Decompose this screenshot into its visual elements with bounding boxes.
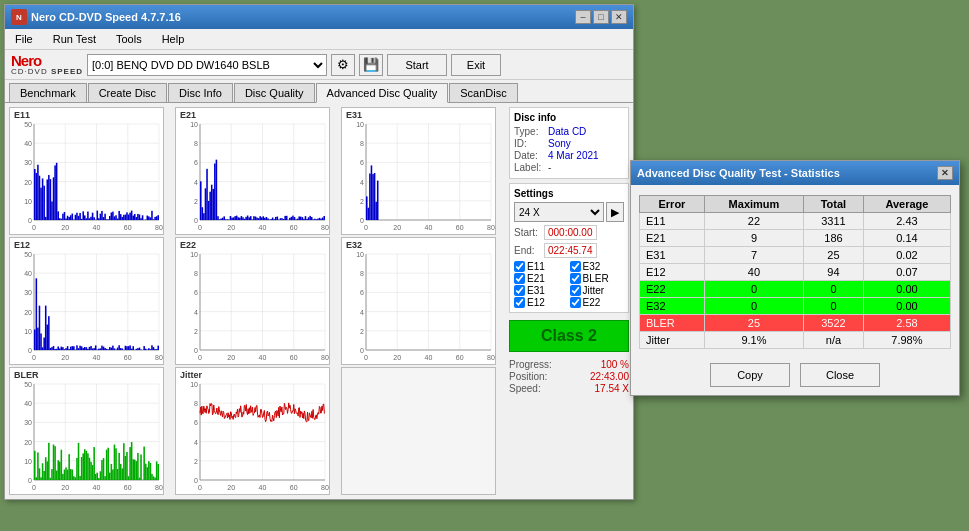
chart-e31: E31 <box>341 107 496 235</box>
stats-header-total: Total <box>804 196 864 213</box>
stat-average: 7.98% <box>863 332 950 349</box>
stats-row-e12: E1240940.07 <box>640 264 951 281</box>
stats-window: Advanced Disc Quality Test - Statistics … <box>630 160 960 396</box>
stat-error: E11 <box>640 213 705 230</box>
cb-bler[interactable]: BLER <box>570 273 625 284</box>
chart-e22-label: E22 <box>180 240 196 250</box>
info-id-value: Sony <box>548 138 571 149</box>
info-type-value: Data CD <box>548 126 586 137</box>
chart-bler-label: BLER <box>14 370 39 380</box>
charts-area: E11 E21 E31 E12 E22 <box>9 107 505 495</box>
title-bar: N Nero CD-DVD Speed 4.7.7.16 – □ ✕ <box>5 5 633 29</box>
stat-average: 2.43 <box>863 213 950 230</box>
side-panel: Disc info Type: Data CD ID: Sony Date: 4… <box>509 107 629 495</box>
start-button[interactable]: Start <box>387 54 447 76</box>
chart-e21-label: E21 <box>180 110 196 120</box>
chart-e22: E22 <box>175 237 330 365</box>
stat-error: BLER <box>640 315 705 332</box>
stats-row-jitter: Jitter9.1%n/a7.98% <box>640 332 951 349</box>
save-icon[interactable]: 💾 <box>359 54 383 76</box>
stats-header-average: Average <box>863 196 950 213</box>
chart-e32: E32 <box>341 237 496 365</box>
stats-row-e22: E22000.00 <box>640 281 951 298</box>
tab-disc-quality[interactable]: Disc Quality <box>234 83 315 102</box>
tab-benchmark[interactable]: Benchmark <box>9 83 87 102</box>
stat-error: E31 <box>640 247 705 264</box>
progress-section: Progress: 100 % Position: 22:43.00 Speed… <box>509 359 629 395</box>
tab-create-disc[interactable]: Create Disc <box>88 83 167 102</box>
chart-e11: E11 <box>9 107 164 235</box>
info-date-label: Date: <box>514 150 546 161</box>
exit-button[interactable]: Exit <box>451 54 501 76</box>
menu-tools[interactable]: Tools <box>110 31 148 47</box>
copy-button[interactable]: Copy <box>710 363 790 387</box>
stats-buttons: Copy Close <box>631 359 959 395</box>
chart-bler: BLER <box>9 367 164 495</box>
tab-disc-info[interactable]: Disc Info <box>168 83 233 102</box>
stat-maximum: 0 <box>704 281 803 298</box>
stats-close-button[interactable]: Close <box>800 363 880 387</box>
stat-total: 0 <box>804 281 864 298</box>
stat-total: 3522 <box>804 315 864 332</box>
stat-maximum: 25 <box>704 315 803 332</box>
stat-error: E22 <box>640 281 705 298</box>
speed-row-prog: Speed: 17.54 X <box>509 383 629 394</box>
stats-header-error: Error <box>640 196 705 213</box>
main-content: E11 E21 E31 E12 E22 <box>5 103 633 499</box>
speed-options-button[interactable]: ▶ <box>606 202 624 222</box>
cb-e21[interactable]: E21 <box>514 273 569 284</box>
stat-error: E32 <box>640 298 705 315</box>
drive-options-icon[interactable]: ⚙ <box>331 54 355 76</box>
info-label-label: Label: <box>514 162 546 173</box>
stat-average: 0.00 <box>863 298 950 315</box>
stats-row-e31: E317250.02 <box>640 247 951 264</box>
stats-row-e11: E112233112.43 <box>640 213 951 230</box>
stat-maximum: 22 <box>704 213 803 230</box>
tab-advanced-disc-quality[interactable]: Advanced Disc Quality <box>316 83 449 103</box>
settings-box: Settings 24 X ▶ Start: 000:00.00 End: 02… <box>509 183 629 313</box>
menu-bar: File Run Test Tools Help <box>5 29 633 50</box>
cb-e22[interactable]: E22 <box>570 297 625 308</box>
chart-jitter: Jitter <box>175 367 330 495</box>
main-window: N Nero CD-DVD Speed 4.7.7.16 – □ ✕ File … <box>4 4 634 500</box>
stat-total: 0 <box>804 298 864 315</box>
start-time-value: 000:00.00 <box>544 225 597 240</box>
chart-e11-label: E11 <box>14 110 30 120</box>
stat-error: E12 <box>640 264 705 281</box>
stat-total: 3311 <box>804 213 864 230</box>
info-label-value: - <box>548 162 551 173</box>
menu-file[interactable]: File <box>9 31 39 47</box>
cb-e12[interactable]: E12 <box>514 297 569 308</box>
speed-select[interactable]: 24 X <box>514 202 604 222</box>
disc-info-title: Disc info <box>514 112 624 123</box>
cb-e11[interactable]: E11 <box>514 261 569 272</box>
stat-average: 0.14 <box>863 230 950 247</box>
checkboxes: E11 E32 E21 BLER E31 Jitter E12 E22 <box>514 261 624 308</box>
progress-value: 100 % <box>601 359 629 370</box>
info-type-row: Type: Data CD <box>514 126 624 137</box>
stats-row-e32: E32000.00 <box>640 298 951 315</box>
tab-scan-disc[interactable]: ScanDisc <box>449 83 517 102</box>
menu-run-test[interactable]: Run Test <box>47 31 102 47</box>
stats-content: Error Maximum Total Average E112233112.4… <box>631 185 959 359</box>
stat-error: E21 <box>640 230 705 247</box>
progress-row: Progress: 100 % <box>509 359 629 370</box>
cb-e32[interactable]: E32 <box>570 261 625 272</box>
drive-select[interactable]: [0:0] BENQ DVD DD DW1640 BSLB <box>87 54 327 76</box>
stat-maximum: 40 <box>704 264 803 281</box>
close-button[interactable]: ✕ <box>611 10 627 24</box>
menu-help[interactable]: Help <box>156 31 191 47</box>
speed-label: Speed: <box>509 383 541 394</box>
chart-e21: E21 <box>175 107 330 235</box>
stats-header-maximum: Maximum <box>704 196 803 213</box>
chart-e32-label: E32 <box>346 240 362 250</box>
speed-row: 24 X ▶ <box>514 202 624 222</box>
disc-info-box: Disc info Type: Data CD ID: Sony Date: 4… <box>509 107 629 179</box>
minimize-button[interactable]: – <box>575 10 591 24</box>
stat-average: 0.07 <box>863 264 950 281</box>
stats-close-x[interactable]: ✕ <box>937 166 953 180</box>
maximize-button[interactable]: □ <box>593 10 609 24</box>
cb-e31[interactable]: E31 <box>514 285 569 296</box>
cb-jitter[interactable]: Jitter <box>570 285 625 296</box>
stats-table: Error Maximum Total Average E112233112.4… <box>639 195 951 349</box>
